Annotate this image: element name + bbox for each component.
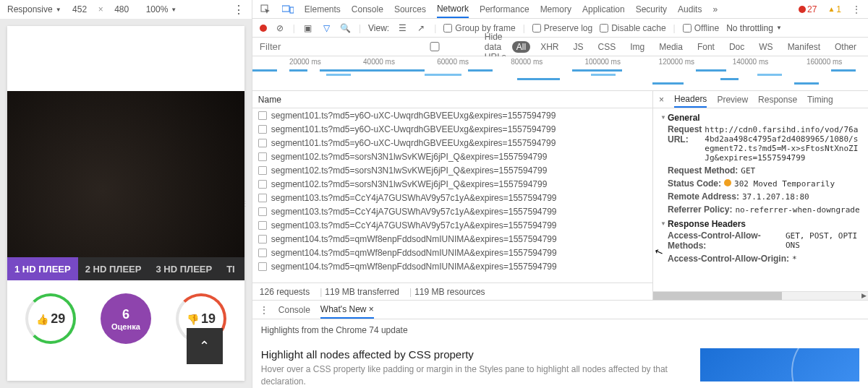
tab-console[interactable]: Console [352,4,383,14]
viewport-width-input[interactable]: 452 [67,4,93,14]
request-name: segment102.ts?md5=sorsN3N1lwSvKWEj6jPI_Q… [271,179,548,189]
drawer-menu-icon[interactable]: ⋮ [260,305,268,315]
detail-horizontal-scrollbar[interactable]: ▶ [653,291,868,300]
request-row[interactable]: segment103.ts?md5=CcY4jA7GUSWhAV9y57c1yA… [252,218,652,232]
tab-application[interactable]: Application [582,4,625,14]
filter-pill-media[interactable]: Media [655,41,687,53]
request-row[interactable]: segment101.ts?md5=y6O-uXC-UwqrdhGBVEEUxg… [252,122,652,136]
tab-elements[interactable]: Elements [305,4,341,14]
tab-network[interactable]: Network [437,4,469,18]
request-row[interactable]: segment102.ts?md5=sorsN3N1lwSvKWEj6jPI_Q… [252,177,652,191]
viewport-height-input[interactable]: 480 [109,4,135,14]
request-row[interactable]: segment102.ts?md5=sorsN3N1lwSvKWEj6jPI_Q… [252,150,652,163]
filter-pill-js[interactable]: JS [569,41,588,53]
request-name: segment101.ts?md5=y6O-uXC-UwqrdhGBVEEUxg… [271,138,556,148]
response-headers-section[interactable]: Response Headers [660,219,861,229]
dimension-x: × [98,4,103,14]
zoom-select[interactable]: 100% [146,4,177,14]
whatsnew-highlights-line: Highlights from the Chrome 74 update [252,319,868,341]
device-toolbar-menu-icon[interactable]: ⋮ [233,3,244,17]
capture-screenshots-icon[interactable]: ▣ [302,23,314,33]
detail-tab-preview[interactable]: Preview [717,95,748,105]
request-row[interactable]: segment104.ts?md5=qmWf8enpFddsodNmIUNIMA… [252,259,652,273]
request-row[interactable]: segment103.ts?md5=CcY4jA7GUSWhAV9y57c1yA… [252,204,652,218]
remote-address-value: 37.1.207.18:80 [742,192,809,202]
detail-tab-timing[interactable]: Timing [807,95,833,105]
filter-pill-ws[interactable]: WS [754,41,777,53]
record-button[interactable] [260,25,267,32]
scroll-top-button[interactable]: ⌃ [187,328,223,364]
filter-pill-doc[interactable]: Doc [725,41,749,53]
filter-pill-font[interactable]: Font [693,41,719,53]
warning-count[interactable]: 1 [827,4,841,14]
search-icon[interactable]: 🔍 [340,23,352,33]
filter-pill-all[interactable]: All [512,41,530,53]
tab-audits[interactable]: Audits [678,4,702,14]
inspect-icon[interactable] [260,4,271,14]
disable-cache-checkbox[interactable]: Disable cache [600,23,665,33]
file-icon [258,166,267,175]
drawer-tab-whatsnew[interactable]: What's New × [320,304,374,319]
filter-pill-css[interactable]: CSS [594,41,621,53]
network-timeline[interactable]: 20000 ms 40000 ms 60000 ms 80000 ms 1000… [252,56,868,91]
resize-handle-icon[interactable]: ⋮⋮ [245,189,252,218]
devtools-menu-icon[interactable]: ⋮ [852,4,861,14]
request-row[interactable]: segment101.ts?md5=y6O-uXC-UwqrdhGBVEEUxg… [252,108,652,122]
player-tab-4[interactable]: TI [219,257,242,280]
error-count[interactable]: 27 [799,4,817,14]
toggle-device-icon[interactable] [282,5,294,14]
score-badge[interactable]: 6 Оценка [101,293,151,344]
request-detail-column: × Headers Preview Response Timing Genera… [653,91,868,300]
svg-rect-2 [290,7,294,13]
device-mode-select[interactable]: Responsive [7,4,61,14]
tab-memory[interactable]: Memory [540,4,571,14]
request-name: segment104.ts?md5=qmWf8enpFddsodNmIUNIMA… [271,248,557,258]
request-row[interactable]: segment102.ts?md5=sorsN3N1lwSvKWEj6jPI_Q… [252,163,652,177]
close-tab-icon[interactable]: × [369,304,374,314]
devtools-panel: Elements Console Sources Network Perform… [252,0,868,388]
filter-pill-xhr[interactable]: XHR [536,41,563,53]
tab-security[interactable]: Security [636,4,667,14]
request-list-column: Name segment101.ts?md5=y6O-uXC-UwqrdhGBV… [252,91,653,300]
detail-tab-headers[interactable]: Headers [674,94,707,108]
request-url-value: http://cdn0.farsihd.info/vod/76a4bd2aa49… [705,125,861,163]
chevron-up-icon: ⌃ [199,338,210,354]
filter-icon[interactable]: ▽ [321,23,333,33]
view-label: View: [368,23,389,33]
file-icon [258,207,267,216]
tabs-overflow-icon[interactable]: » [712,4,718,14]
player-tab-2[interactable]: 2 HD ПЛЕЕР [78,257,149,280]
request-row[interactable]: segment104.ts?md5=qmWf8enpFddsodNmIUNIMA… [252,246,652,259]
preserve-log-checkbox[interactable]: Preserve log [532,23,592,33]
filter-pill-img[interactable]: Img [626,41,649,53]
offline-checkbox[interactable]: Offline [683,23,719,33]
filter-pill-other[interactable]: Other [830,41,861,53]
request-row[interactable]: segment103.ts?md5=CcY4jA7GUSWhAV9y57c1yA… [252,191,652,204]
file-icon [258,262,267,271]
devtools-drawer: ⋮ Console What's New × Highlights from t… [252,300,868,388]
request-name: segment102.ts?md5=sorsN3N1lwSvKWEj6jPI_Q… [271,152,548,162]
video-player[interactable] [7,91,244,257]
throttling-select[interactable]: No throttling▼ [726,23,782,33]
tab-sources[interactable]: Sources [394,4,426,14]
general-section-header[interactable]: General [660,113,861,123]
tab-performance[interactable]: Performance [480,4,529,14]
thumbs-down-icon: 👎 [187,314,199,325]
player-tab-1[interactable]: 1 HD ПЛЕЕР [7,257,78,280]
close-detail-icon[interactable]: × [659,95,664,105]
request-row[interactable]: segment101.ts?md5=y6O-uXC-UwqrdhGBVEEUxg… [252,136,652,150]
request-name: segment102.ts?md5=sorsN3N1lwSvKWEj6jPI_Q… [271,165,548,176]
detail-tab-response[interactable]: Response [758,95,797,105]
filter-pill-manifest[interactable]: Manifest [783,41,825,53]
drawer-tab-console[interactable]: Console [278,305,310,315]
player-tab-3[interactable]: 3 HD ПЛЕЕР [148,257,219,280]
filter-input[interactable] [260,41,382,52]
likes-counter[interactable]: 👍 29 [25,293,76,344]
request-method-value: GET [741,166,755,176]
clear-button[interactable]: ⊘ [274,23,286,33]
request-row[interactable]: segment104.ts?md5=qmWf8enpFddsodNmIUNIMA… [252,232,652,246]
request-list[interactable]: segment101.ts?md5=y6O-uXC-UwqrdhGBVEEUxg… [252,108,652,283]
name-column-header[interactable]: Name [252,91,652,108]
file-icon [258,152,267,161]
device-toolbar: Responsive 452 × 480 100% ⋮ [0,0,252,19]
